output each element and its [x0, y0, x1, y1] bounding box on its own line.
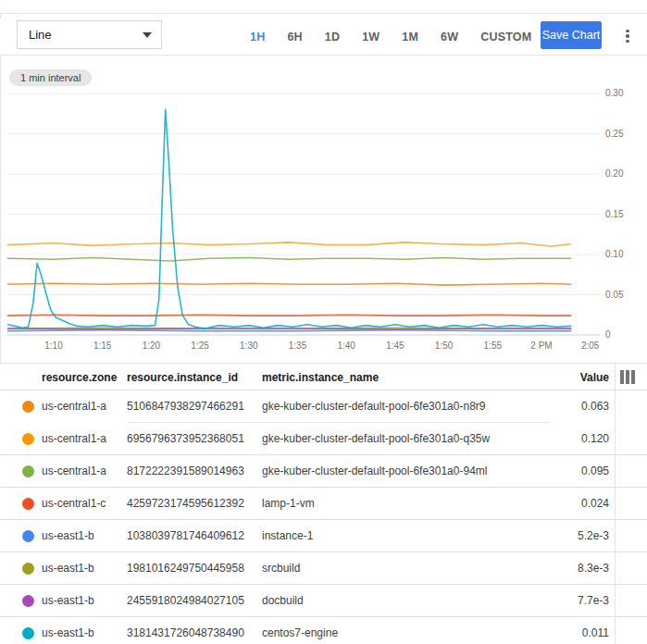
x-axis-tick-label: 1:10 [35, 341, 72, 351]
cell-resource-zone: us-central1-a [42, 432, 106, 445]
x-axis-tick-label: 1:30 [230, 341, 268, 351]
cell-resource-zone: us-east1-b [42, 529, 94, 542]
table-row[interactable]: us-central1-a8172222391589014963gke-kube… [0, 455, 647, 488]
toolbar-divider [0, 55, 647, 56]
cell-instance-name: srcbuild [262, 562, 300, 575]
table-row[interactable]: us-central1-a5106847938297466291gke-kube… [0, 390, 647, 423]
y-axis-tick-label: 0.30 [605, 89, 642, 98]
series-color-dot [22, 595, 34, 607]
cell-value: 0.011 [516, 626, 609, 639]
cell-resource-zone: us-east1-b [42, 626, 94, 639]
monitoring-chart-panel: Line 1H6H1D1W1M6WCUSTOM Save Chart 1 min… [0, 0, 647, 644]
cell-instance-id: 3181431726048738490 [127, 626, 244, 639]
y-axis-tick-label: 0.25 [605, 130, 642, 139]
chart-type-select[interactable]: Line [17, 20, 162, 49]
column-display-icon[interactable] [620, 370, 639, 384]
range-button-1h[interactable]: 1H [239, 25, 276, 49]
cell-instance-name: lamp-1-vm [262, 497, 315, 510]
x-axis-tick-label: 1:15 [84, 341, 121, 351]
y-axis-tick-label: 0.15 [605, 210, 642, 219]
table-row[interactable]: us-east1-b2455918024984027105docbuild7.7… [0, 585, 647, 617]
range-button-6w[interactable]: 6W [429, 25, 469, 49]
x-axis-tick-label: 1:35 [280, 341, 317, 351]
cell-instance-id: 1981016249750445958 [127, 562, 244, 575]
line-chart[interactable]: 0.300.250.200.150.100.0501:101:151:201:2… [0, 79, 647, 356]
chevron-down-icon [143, 32, 152, 38]
cell-instance-id: 8172222391589014963 [127, 464, 244, 477]
cell-instance-name: docbuild [262, 594, 304, 607]
series-line-gke-kuber-cluster-default-pool-6fe301a0-94ml [8, 258, 571, 262]
table-row[interactable]: us-east1-b3181431726048738490centos7-eng… [0, 617, 647, 644]
series-color-dot [22, 563, 34, 575]
x-axis-tick-label: 1:40 [328, 341, 365, 351]
table-row[interactable]: us-central1-c4259723174595612392lamp-1-v… [0, 488, 647, 520]
cell-value: 0.120 [516, 432, 609, 445]
column-header-value[interactable]: Value [516, 371, 609, 384]
range-button-1w[interactable]: 1W [351, 25, 391, 49]
column-header-instance-name[interactable]: metric.instance_name [262, 371, 379, 384]
cell-instance-id: 2455918024984027105 [127, 594, 244, 607]
column-header-instance-id[interactable]: resource.instance_id [127, 371, 238, 384]
series-line-docbuild [8, 328, 571, 329]
cell-instance-name: gke-kuber-cluster-default-pool-6fe301a0-… [262, 400, 485, 413]
chart-toolbar: Line 1H6H1D1W1M6WCUSTOM Save Chart [0, 19, 647, 55]
series-color-dot [22, 401, 34, 413]
series-table: resource.zone resource.instance_id metri… [0, 363, 647, 644]
save-chart-button[interactable]: Save Chart [541, 21, 602, 49]
chart-type-selected-value: Line [29, 28, 143, 42]
x-axis-tick-label: 1:45 [377, 341, 414, 351]
table-row[interactable]: us-east1-b1981016249750445958srcbuild8.3… [0, 552, 647, 585]
cell-instance-name: gke-kuber-cluster-default-pool-6fe301a0-… [262, 464, 487, 477]
series-color-dot [22, 530, 34, 542]
x-axis-tick-label: 1:25 [181, 341, 218, 351]
x-axis-tick-label: 2:05 [572, 341, 609, 351]
cell-instance-name: centos7-engine [262, 626, 338, 639]
chart-canvas [0, 79, 647, 356]
cell-resource-zone: us-east1-b [42, 594, 94, 607]
cell-instance-id: 1038039781746409612 [127, 529, 244, 542]
table-row[interactable]: us-central1-a6956796373952368051gke-kube… [0, 423, 647, 455]
y-axis-tick-label: 0.05 [605, 291, 642, 300]
series-color-dot [22, 465, 34, 477]
y-axis-tick-label: 0 [605, 330, 642, 340]
overflow-menu-icon[interactable] [618, 26, 637, 46]
time-range-button-group: 1H6H1D1W1M6WCUSTOM [239, 19, 542, 55]
series-line-instance-1 [8, 330, 571, 331]
cell-resource-zone: us-east1-b [42, 562, 94, 575]
cell-instance-id: 4259723174595612392 [127, 497, 244, 510]
x-axis-tick-label: 1:20 [132, 341, 169, 351]
range-button-6h[interactable]: 6H [276, 25, 313, 49]
top-divider [0, 13, 647, 14]
range-button-1m[interactable]: 1M [391, 25, 429, 49]
series-line-lamp-1-vm [8, 315, 571, 316]
cell-value: 0.024 [516, 497, 609, 510]
x-axis-tick-label: 1:50 [426, 341, 463, 351]
cell-value: 0.095 [516, 464, 609, 477]
value-column-divider [615, 364, 616, 644]
series-color-dot [22, 627, 34, 639]
table-row[interactable]: us-east1-b1038039781746409612instance-15… [0, 520, 647, 552]
series-line-gke-kuber-cluster-default-pool-6fe301a0-q35w [8, 242, 571, 246]
cell-instance-id: 6956796373952368051 [127, 432, 244, 445]
range-button-custom[interactable]: CUSTOM [469, 25, 542, 49]
y-axis-tick-label: 0.20 [605, 169, 642, 179]
column-header-resource-zone[interactable]: resource.zone [42, 371, 117, 384]
series-line-gke-kuber-cluster-default-pool-6fe301a0-n8r9 [8, 283, 571, 285]
y-axis-tick-label: 0.10 [605, 250, 642, 259]
series-line-centos7-engine [8, 109, 571, 328]
table-body: us-central1-a5106847938297466291gke-kube… [0, 390, 647, 644]
series-color-dot [22, 433, 34, 445]
x-axis-tick-label: 2 PM [523, 341, 560, 351]
cell-value: 0.063 [516, 400, 609, 413]
cell-value: 5.2e-3 [516, 529, 609, 542]
table-header-row: resource.zone resource.instance_id metri… [0, 364, 647, 390]
cell-value: 7.7e-3 [516, 594, 609, 607]
cell-instance-id: 5106847938297466291 [127, 400, 244, 413]
cell-instance-name: gke-kuber-cluster-default-pool-6fe301a0-… [262, 432, 490, 445]
x-axis-tick-label: 1:55 [474, 341, 511, 351]
cell-resource-zone: us-central1-c [42, 497, 106, 510]
series-color-dot [22, 498, 34, 510]
cell-value: 8.3e-3 [516, 562, 609, 575]
range-button-1d[interactable]: 1D [314, 25, 351, 49]
cell-instance-name: instance-1 [262, 529, 313, 542]
